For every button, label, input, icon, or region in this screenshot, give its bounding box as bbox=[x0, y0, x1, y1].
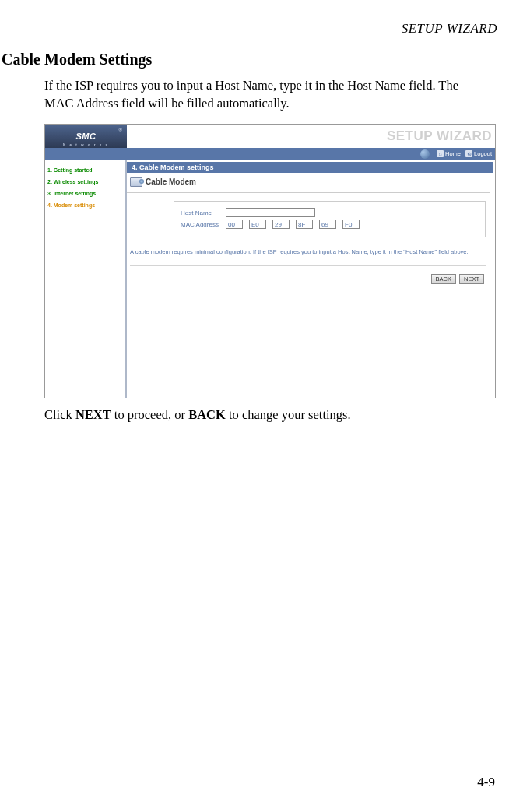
mac-address-label: MAC Address bbox=[181, 221, 226, 228]
panel-title: Cable Modem bbox=[146, 178, 196, 186]
host-name-input[interactable] bbox=[226, 208, 315, 217]
logout-icon: ⎋ bbox=[465, 150, 472, 157]
page-number: 4-9 bbox=[477, 775, 495, 790]
header-title: SETUP WIZARD bbox=[402, 21, 497, 36]
next-button[interactable]: NEXT bbox=[459, 274, 484, 284]
home-label: Home bbox=[445, 150, 461, 157]
outro-next: NEXT bbox=[75, 407, 111, 422]
mac-octet-1[interactable] bbox=[226, 220, 243, 229]
mac-address-row: MAC Address bbox=[181, 220, 479, 229]
logo-reg: ® bbox=[119, 128, 122, 132]
back-button[interactable]: BACK bbox=[431, 274, 456, 284]
home-link[interactable]: ⌂ Home bbox=[437, 150, 461, 157]
sidebar-item-getting-started[interactable]: 1. Getting started bbox=[45, 164, 125, 176]
button-row: BACK NEXT bbox=[127, 274, 484, 284]
sidebar-item-modem[interactable]: 4. Modem settings bbox=[45, 199, 125, 211]
mac-input-group bbox=[226, 220, 360, 229]
outro-pre: Click bbox=[44, 407, 75, 422]
logout-label: Logout bbox=[474, 150, 492, 157]
logo-subtext: N e t w o r k s bbox=[63, 143, 109, 147]
wizard-banner-text: SETUP WIZARD bbox=[387, 128, 492, 144]
outro-mid: to proceed, or bbox=[111, 407, 188, 422]
outro-back: BACK bbox=[188, 407, 226, 422]
router-screenshot: SMC ® N e t w o r k s SETUP WIZARD ⌂ Hom… bbox=[44, 124, 496, 398]
cable-modem-icon bbox=[130, 177, 142, 187]
screenshot-main: 1. Getting started 2. Wireless settings … bbox=[45, 160, 495, 398]
wizard-sidebar: 1. Getting started 2. Wireless settings … bbox=[45, 160, 127, 398]
step-header: 4. Cable Modem settings bbox=[127, 162, 493, 173]
home-icon: ⌂ bbox=[437, 150, 444, 157]
outro-post: to change your settings. bbox=[226, 407, 351, 422]
logo-text: SMC bbox=[76, 132, 97, 141]
modem-form: Host Name MAC Address bbox=[174, 201, 486, 237]
screenshot-content: 4. Cable Modem settings Cable Modem Host… bbox=[127, 160, 495, 398]
host-name-row: Host Name bbox=[181, 208, 479, 217]
mac-octet-4[interactable] bbox=[296, 220, 313, 229]
host-name-label: Host Name bbox=[181, 209, 226, 216]
globe-icon bbox=[420, 149, 430, 159]
topbar-right: SETUP WIZARD bbox=[127, 125, 495, 148]
logout-link[interactable]: ⎋ Logout bbox=[465, 150, 492, 157]
mac-octet-6[interactable] bbox=[342, 220, 360, 229]
mac-octet-3[interactable] bbox=[272, 220, 290, 229]
outro-text: Click NEXT to proceed, or BACK to change… bbox=[44, 406, 484, 424]
section-heading: Cable Modem Settings bbox=[2, 51, 509, 69]
page-header: SETUP WIZARD bbox=[402, 21, 497, 37]
screenshot-topbar: SMC ® N e t w o r k s SETUP WIZARD bbox=[45, 125, 495, 148]
help-text: A cable modem requires minimal configura… bbox=[130, 248, 486, 266]
mac-octet-5[interactable] bbox=[319, 220, 336, 229]
brand-logo: SMC ® N e t w o r k s bbox=[45, 125, 127, 148]
mac-octet-2[interactable] bbox=[249, 220, 266, 229]
sidebar-item-internet[interactable]: 3. Internet settings bbox=[45, 188, 125, 199]
intro-text: If the ISP requires you to input a Host … bbox=[44, 76, 484, 112]
utility-bar: ⌂ Home ⎋ Logout bbox=[45, 148, 495, 160]
sidebar-item-wireless[interactable]: 2. Wireless settings bbox=[45, 176, 125, 188]
panel-title-row: Cable Modem bbox=[127, 173, 490, 193]
